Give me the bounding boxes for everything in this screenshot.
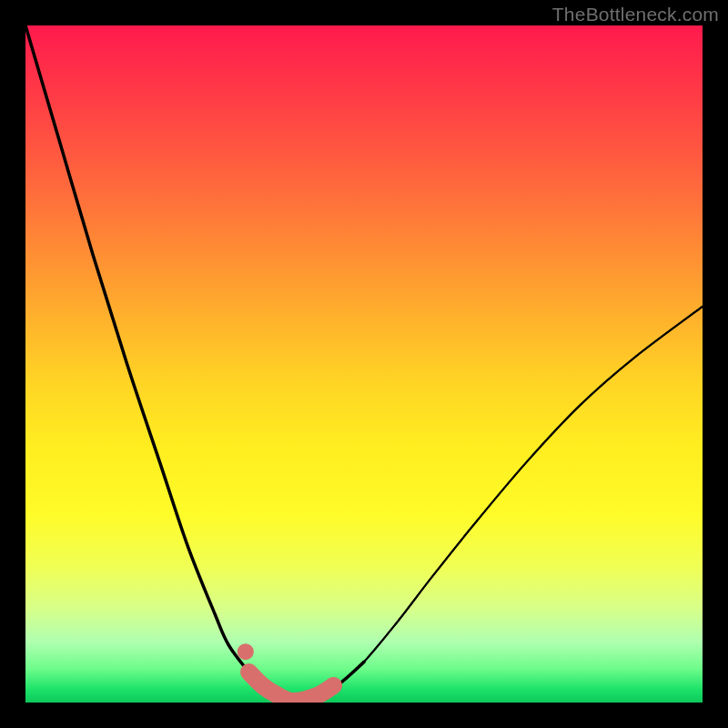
bottleneck-curve-svg xyxy=(25,25,703,703)
bottleneck-curve xyxy=(25,25,364,702)
bottleneck-curve-thin xyxy=(364,307,703,662)
watermark-text: TheBottleneck.com xyxy=(552,4,719,25)
chart-frame xyxy=(25,25,703,703)
highlight-band xyxy=(249,672,334,702)
highlight-dot xyxy=(238,643,254,660)
